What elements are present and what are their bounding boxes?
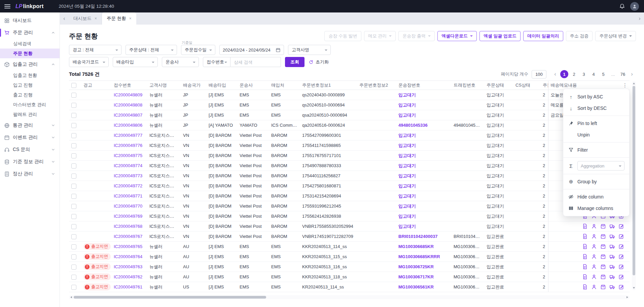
page-button[interactable]: 2 [570, 70, 578, 78]
document-icon[interactable] [582, 254, 588, 259]
delivery-icon[interactable] [609, 234, 615, 239]
row-checkbox[interactable] [71, 234, 76, 239]
receipt-no-link[interactable]: IC2000049776 [111, 141, 147, 151]
receipt-no-link[interactable]: IC2000049764 [111, 252, 147, 262]
waybill-no[interactable]: 입고대기 [396, 211, 451, 221]
waybill-no[interactable]: 입고대기 [396, 90, 451, 100]
edit-icon[interactable] [618, 244, 624, 249]
column-header[interactable]: 매입처 [269, 81, 300, 90]
customer-icon[interactable] [591, 264, 597, 270]
per-page-select[interactable]: 100 [532, 70, 546, 79]
customer-icon[interactable] [591, 284, 597, 290]
waybill-no[interactable]: MG100306561KR [396, 282, 451, 292]
address-verify-button[interactable]: 주소 검증 [566, 31, 593, 41]
close-icon[interactable]: × [129, 16, 132, 21]
shipping-type-filter-select[interactable]: 배송타입 [113, 57, 158, 67]
scroll-up-arrow[interactable] [633, 83, 635, 84]
sidebar-item-base-info-management[interactable]: 기준 정보 관리 [0, 156, 60, 168]
waybill-no[interactable]: 입고대기 [396, 191, 451, 201]
receipt-no-link[interactable]: IC2000049769 [111, 211, 147, 221]
sidebar-item-detail-search[interactable]: 상세검색 [0, 39, 60, 49]
sidebar-item-inout-status[interactable]: 입출고 현황 [0, 70, 60, 80]
column-header[interactable]: 주문번호정보2 [357, 81, 396, 90]
receipt-no-link[interactable]: IC2000049809 [111, 90, 147, 100]
receipt-no-link[interactable]: IC2000049767 [111, 232, 147, 242]
menu-item-sort-desc[interactable]: ↓ Sort by DESC [563, 102, 629, 114]
search-button[interactable]: 조회 [285, 57, 305, 67]
receipt-no-link[interactable]: IC2000049808 [111, 100, 147, 110]
waybill-no[interactable]: 입고대기 [396, 171, 451, 181]
row-checkbox[interactable] [71, 93, 76, 98]
horizontal-scrollbar[interactable] [69, 295, 630, 299]
column-header[interactable]: 트래킹번호 [451, 81, 484, 90]
row-checkbox[interactable] [71, 194, 76, 199]
receipt-no-link[interactable]: IC2000049762 [111, 272, 147, 282]
page-button[interactable]: 5 [599, 70, 607, 78]
edit-icon[interactable] [618, 274, 624, 280]
user-avatar[interactable] [630, 2, 639, 11]
row-checkbox[interactable] [71, 163, 76, 168]
delivery-icon[interactable] [609, 223, 615, 229]
tab-dashboard[interactable]: 대시보드 × [69, 12, 102, 25]
receipt-no-link[interactable]: IC2000049775 [111, 151, 147, 161]
waybill-no[interactable]: 입고대기 [396, 161, 451, 171]
receipt-no-link[interactable]: IC2000049773 [111, 171, 147, 181]
document-icon[interactable] [582, 223, 588, 229]
customer-icon[interactable] [591, 234, 597, 239]
receipt-no-link[interactable]: IC2000049772 [111, 181, 147, 191]
menu-item-pin-left[interactable]: Pin to left [563, 118, 629, 129]
select-all-checkbox[interactable] [71, 83, 76, 88]
waybill-no[interactable]: 입고대기 [396, 201, 451, 211]
package-icon[interactable] [600, 223, 606, 229]
country-code-filter-select[interactable]: 배송국가코드 [69, 57, 109, 67]
document-icon[interactable] [582, 264, 588, 270]
row-checkbox[interactable] [71, 174, 76, 179]
waybill-no[interactable]: 입고대기 [396, 130, 451, 141]
waybill-no[interactable]: 입고대기 [396, 110, 451, 120]
sidebar-item-inout-management[interactable]: 입출고 관리 [0, 58, 60, 70]
customer-icon[interactable] [591, 274, 597, 280]
package-icon[interactable] [600, 254, 606, 259]
column-header[interactable] [69, 81, 81, 90]
search-field-select[interactable]: 접수번호 [203, 57, 230, 67]
document-icon[interactable] [582, 284, 588, 290]
column-header[interactable]: CS상태 [513, 81, 541, 90]
row-checkbox[interactable] [71, 143, 76, 148]
waybill-no[interactable]: 494801045336 [396, 120, 451, 130]
column-header[interactable]: 운송사 [237, 81, 269, 90]
tab-order-status[interactable]: 주문 현황 × [102, 12, 136, 25]
column-menu-trigger[interactable]: ⋮ [622, 83, 628, 88]
receipt-no-link[interactable]: IC2000049777 [111, 130, 147, 141]
waybill-no[interactable]: MG100306725KR [396, 262, 451, 272]
waybill-no[interactable]: 입고대기 [396, 151, 451, 161]
notification-bell-icon[interactable] [619, 3, 625, 9]
menu-item-filter[interactable]: Filter [563, 144, 629, 156]
receipt-no-link[interactable]: IC2000049763 [111, 262, 147, 272]
menu-item-group-by[interactable]: ⊕ Group by [563, 176, 629, 187]
scroll-down-arrow[interactable] [633, 287, 635, 289]
sidebar-item-inbound-progress[interactable]: 입고 진행 [0, 80, 60, 90]
sidebar-item-customs-management[interactable]: 통관 관리 [0, 119, 60, 131]
column-header[interactable]: 주문번호정보1 [300, 81, 357, 90]
tab-scroll-right[interactable]: › [635, 12, 644, 25]
row-checkbox[interactable] [71, 265, 76, 270]
package-icon[interactable] [600, 274, 606, 280]
page-button[interactable]: 4 [589, 70, 598, 78]
sidebar-item-event-management[interactable]: 이벤트 관리 [0, 131, 60, 144]
delivery-icon[interactable] [609, 284, 615, 290]
row-checkbox[interactable] [71, 224, 76, 229]
menu-item-manage-columns[interactable]: Manage columns [563, 203, 629, 214]
sidebar-item-pallet-management[interactable]: 팔레트 관리 [0, 110, 60, 119]
column-header[interactable]: 주문상태 [484, 81, 513, 90]
customer-icon[interactable] [591, 244, 597, 249]
page-button[interactable]: 76 [619, 70, 627, 78]
waybill-no[interactable]: MG100306685KR [396, 242, 451, 252]
carrier-filter-select[interactable]: 운송사 [162, 57, 199, 67]
tab-scroll-left[interactable]: ‹ [60, 12, 69, 25]
row-checkbox[interactable] [71, 103, 76, 108]
receipt-no-link[interactable]: IC2000049768 [111, 221, 147, 232]
search-input[interactable] [230, 57, 281, 67]
excel-bulk-upload-button[interactable]: 엑셀 일괄 업로드 [479, 31, 521, 41]
scroll-left-arrow[interactable] [70, 296, 72, 298]
row-checkbox[interactable] [71, 123, 76, 128]
